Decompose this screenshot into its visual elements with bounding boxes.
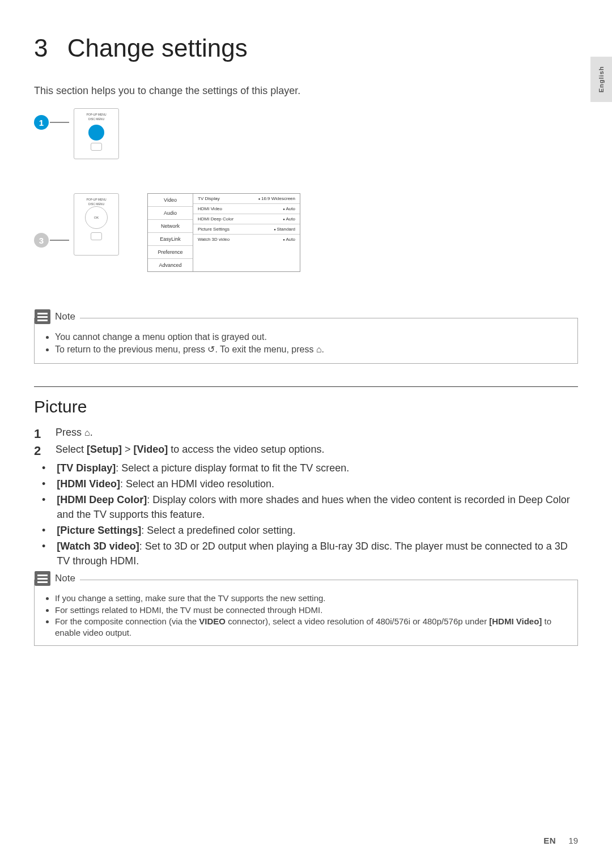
menu-option-row: HDMI Deep ColorAuto — [193, 214, 300, 224]
option-bullet: [TV Display]: Select a picture display f… — [34, 461, 578, 475]
menu-category: Network — [148, 220, 193, 233]
remote-home-button — [91, 232, 102, 240]
note-title: Note — [55, 311, 75, 322]
option-text: [HDMI Video]: Select an HDMI video resol… — [57, 476, 274, 491]
menu-option-label: Picture Settings — [198, 227, 230, 232]
step-badge-1: 1 — [34, 115, 49, 130]
note-list: You cannot change a menu option that is … — [42, 331, 570, 356]
menu-option-value: 16:9 Widescreen — [258, 196, 295, 201]
step: 1Press ⌂. — [34, 427, 578, 441]
step-badge-3: 3 — [34, 233, 49, 248]
menu-category: Advanced — [148, 259, 193, 271]
note-item: For the composite connection (via the VI… — [55, 616, 570, 639]
chapter-title: Change settings — [67, 34, 248, 62]
menu-category: Video — [148, 194, 193, 207]
menu-option-label: HDMI Video — [198, 206, 222, 211]
note-box-2: Note If you change a setting, make sure … — [34, 580, 578, 646]
note-icon — [35, 309, 50, 324]
footer-page: 19 — [568, 836, 578, 845]
remote-disc-label: DISC MENU — [74, 202, 118, 206]
menu-options: TV Display16:9 WidescreenHDMI VideoAutoH… — [193, 194, 300, 271]
step: 2Select [Setup] > [Video] to access the … — [34, 444, 578, 458]
menu-option-value: Auto — [283, 216, 295, 222]
footer-lang: EN — [543, 836, 556, 845]
option-text: [Watch 3D video]: Set to 3D or 2D output… — [57, 539, 578, 568]
chapter-heading: 3 Change settings — [34, 34, 578, 62]
menu-option-label: HDMI Deep Color — [198, 216, 233, 222]
diagram-area: 1 POP-UP MENU DISC MENU 3 POP-UP MENU DI… — [34, 114, 578, 295]
section-heading: Picture — [34, 397, 578, 416]
step-number: 2 — [34, 444, 45, 458]
remote-fragment-2: POP-UP MENU DISC MENU OK — [74, 193, 119, 256]
menu-category: Preference — [148, 246, 193, 259]
menu-categories: VideoAudioNetworkEasyLinkPreferenceAdvan… — [148, 194, 193, 271]
note-item: If you change a setting, make sure that … — [55, 593, 570, 604]
option-descriptions: [TV Display]: Select a picture display f… — [34, 461, 578, 569]
menu-option-row: HDMI VideoAuto — [193, 204, 300, 214]
menu-option-value: Auto — [283, 237, 295, 242]
menu-option-label: Watch 3D video — [198, 237, 230, 242]
diagram-step-1: 1 POP-UP MENU DISC MENU — [34, 114, 578, 171]
remote-nav-circle: OK — [85, 206, 108, 229]
remote-home-button — [91, 143, 102, 151]
step-text: Press ⌂. — [56, 427, 93, 439]
menu-option-value: Standard — [274, 227, 295, 232]
note-box-1: Note You cannot change a menu option tha… — [34, 318, 578, 364]
menu-category: EasyLink — [148, 233, 193, 246]
option-bullet: [HDMI Deep Color]: Display colors with m… — [34, 492, 578, 522]
remote-popup-label: POP-UP MENU — [74, 112, 118, 117]
intro-text: This section helps you to change the set… — [34, 85, 578, 97]
note-icon — [35, 571, 50, 586]
osd-menu-screenshot: VideoAudioNetworkEasyLinkPreferenceAdvan… — [147, 193, 300, 272]
note-item: You cannot change a menu option that is … — [55, 331, 570, 343]
remote-round-button — [88, 125, 104, 141]
option-bullet: [HDMI Video]: Select an HDMI video resol… — [34, 476, 578, 491]
option-text: [Picture Settings]: Select a predefined … — [57, 523, 295, 538]
note-tag: Note — [35, 571, 80, 586]
note-tag: Note — [35, 309, 80, 324]
note-title: Note — [55, 573, 75, 584]
note-list: If you change a setting, make sure that … — [42, 593, 570, 639]
option-bullet: [Picture Settings]: Select a predefined … — [34, 523, 578, 538]
remote-popup-label: POP-UP MENU — [74, 197, 118, 202]
note-item: To return to the previous menu, press ↺.… — [55, 343, 570, 356]
remote-disc-label: DISC MENU — [74, 117, 118, 121]
diagram-step-3: 3 POP-UP MENU DISC MENU OK VideoAudioNet… — [34, 193, 578, 295]
option-bullet: [Watch 3D video]: Set to 3D or 2D output… — [34, 539, 578, 568]
remote-fragment-1: POP-UP MENU DISC MENU — [74, 108, 119, 159]
callout-line — [50, 240, 69, 241]
callout-line — [50, 122, 69, 123]
menu-category: Audio — [148, 207, 193, 220]
menu-option-row: Watch 3D videoAuto — [193, 235, 300, 244]
note-item: For settings related to HDMI, the TV mus… — [55, 605, 570, 616]
option-text: [HDMI Deep Color]: Display colors with m… — [57, 492, 578, 522]
menu-option-row: TV Display16:9 Widescreen — [193, 194, 300, 204]
chapter-number: 3 — [34, 34, 48, 62]
section-rule — [34, 386, 578, 387]
option-text: [TV Display]: Select a picture display f… — [57, 461, 349, 475]
language-tab-label: English — [598, 66, 605, 93]
menu-option-label: TV Display — [198, 196, 220, 201]
page-footer: EN 19 — [543, 836, 578, 845]
menu-option-row: Picture SettingsStandard — [193, 224, 300, 235]
step-number: 1 — [34, 427, 45, 441]
language-tab: English — [590, 57, 612, 102]
step-text: Select [Setup] > [Video] to access the v… — [56, 444, 324, 456]
procedure-steps: 1Press ⌂.2Select [Setup] > [Video] to ac… — [34, 427, 578, 458]
menu-option-value: Auto — [283, 206, 295, 211]
